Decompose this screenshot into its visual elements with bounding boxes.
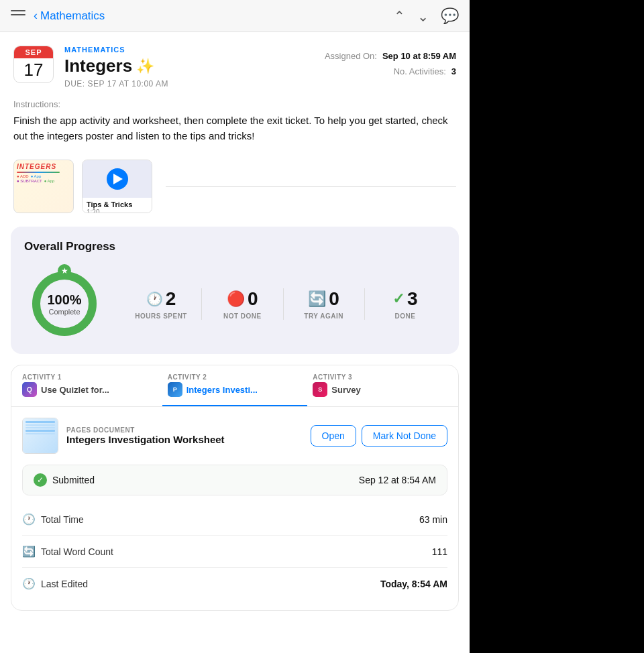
assigned-on-row: Assigned On: Sep 10 at 8:59 AM <box>325 51 456 61</box>
nav-left: ‹ Mathematics <box>11 9 105 23</box>
progress-stats: 100% Complete ★ 🕐 2 HOURS SPENT <box>24 267 445 341</box>
down-nav-icon[interactable]: ⌃ <box>417 8 429 24</box>
doc-title: Integers Investigation Worksheet <box>66 434 303 445</box>
integers-poster-thumb[interactable]: INTEGERS ● ADD ● App ● SUBTRACT ● App <box>13 160 74 213</box>
video-thumb[interactable]: Tips & Tricks 1:20 <box>82 160 152 213</box>
document-thumbnail <box>22 418 58 454</box>
stat-hours-icon-num: 🕐 2 <box>129 288 193 310</box>
submitted-time: Sep 12 at 8:54 AM <box>359 475 436 485</box>
last-edited-label: Last Edited <box>41 579 88 589</box>
doc-line-5 <box>25 433 55 434</box>
total-time-left: 🕐 Total Time <box>22 513 84 526</box>
submitted-label: Submitted <box>52 475 95 485</box>
attachment-divider <box>166 186 456 187</box>
stat-rows: 🕐 Total Time 63 min 🔄 Total Word Count 1… <box>22 503 447 599</box>
instructions-text: Finish the app activity and worksheet, t… <box>13 113 456 143</box>
stats-grid: 🕐 2 HOURS SPENT 🔴 0 NOT DONE 🔄 0 <box>121 288 445 320</box>
stat-try-again: 🔄 0 TRY AGAIN <box>284 288 365 320</box>
due-date: DUE: SEP 17 AT 10:00 AM <box>64 79 311 88</box>
word-count-row: 🔄 Total Word Count 111 <box>22 536 447 568</box>
done-label: DONE <box>373 312 437 320</box>
calendar-day: 17 <box>14 58 53 82</box>
clock-icon: 🕐 <box>146 291 163 307</box>
no-activities-value: 3 <box>451 66 456 76</box>
word-count-icon: 🔄 <box>22 545 36 558</box>
tab3-label: ACTIVITY 3 <box>313 373 447 381</box>
tab2-title: Integers Investi... <box>186 385 258 395</box>
word-count-label: Total Word Count <box>41 546 113 557</box>
submitted-check-icon: ✓ <box>34 473 47 487</box>
play-triangle <box>113 174 123 184</box>
not-done-value: 0 <box>248 288 258 310</box>
tab2-icon-row: P Integers Investi... <box>168 382 303 397</box>
comment-icon[interactable]: 💬 <box>441 7 459 25</box>
activity-tab-3[interactable]: ACTIVITY 3 S Survey <box>307 365 453 406</box>
done-value: 3 <box>407 288 418 310</box>
activity-tab-2[interactable]: ACTIVITY 2 P Integers Investi... <box>162 365 308 406</box>
assigned-on-label: Assigned On: <box>325 51 377 61</box>
stat-tryagain-icon-num: 🔄 0 <box>292 288 356 310</box>
assignment-header: SEP 17 MATHEMATICS Integers ✨ DUE: SEP 1… <box>0 32 470 99</box>
try-again-label: TRY AGAIN <box>292 312 356 320</box>
activity-tab-1[interactable]: ACTIVITY 1 Q Use Quizlet for... <box>17 365 162 406</box>
sidebar-toggle-button[interactable] <box>11 10 25 22</box>
tab1-title: Use Quizlet for... <box>41 385 109 395</box>
stat-hours-spent: 🕐 2 HOURS SPENT <box>121 288 202 320</box>
open-button[interactable]: Open <box>311 425 356 447</box>
tab3-icon-row: S Survey <box>313 382 447 397</box>
no-activities-label: No. Activities: <box>394 66 446 76</box>
assignment-title: Integers ✨ <box>64 56 311 76</box>
donut-wrapper: 100% Complete ★ <box>28 267 101 341</box>
last-edited-value: Today, 8:54 AM <box>380 579 447 589</box>
back-chevron-icon: ‹ <box>34 9 38 23</box>
tab1-icon-row: Q Use Quizlet for... <box>22 382 157 397</box>
stat-done: ✓ 3 DONE <box>365 288 445 320</box>
mark-not-done-button[interactable]: Mark Not Done <box>362 425 447 447</box>
activity-tabs: ACTIVITY 1 Q Use Quizlet for... ACTIVITY… <box>11 365 458 407</box>
instructions-section: Instructions: Finish the app activity an… <box>0 99 470 154</box>
tab1-label: ACTIVITY 1 <box>22 373 157 381</box>
donut-label: Complete <box>47 308 81 316</box>
stat-done-icon-num: ✓ 3 <box>373 288 437 310</box>
subject-label: MATHEMATICS <box>64 46 311 54</box>
total-time-row: 🕐 Total Time 63 min <box>22 503 447 536</box>
top-nav: ‹ Mathematics ⌃ ⌃ 💬 <box>0 0 470 32</box>
assignment-title-text: Integers <box>64 56 132 76</box>
word-count-value: 111 <box>432 546 447 557</box>
progress-title: Overall Progress <box>24 240 445 253</box>
hours-label: HOURS SPENT <box>129 312 193 320</box>
done-checkmark-icon: ✓ <box>392 290 405 308</box>
calendar-month: SEP <box>14 46 53 58</box>
donut-center: 100% Complete <box>47 292 81 316</box>
document-row: PAGES DOCUMENT Integers Investigation Wo… <box>22 418 447 454</box>
not-done-icon: 🔴 <box>227 290 245 308</box>
doc-line-2 <box>25 424 55 426</box>
poster-title: INTEGERS <box>17 163 70 170</box>
activity-content: PAGES DOCUMENT Integers Investigation Wo… <box>11 407 458 610</box>
play-button-icon <box>107 168 128 190</box>
total-time-value: 63 min <box>419 514 447 525</box>
assigned-on-value: Sep 10 at 8:59 AM <box>382 51 456 61</box>
poster-number-line <box>17 172 60 173</box>
up-nav-icon[interactable]: ⌃ <box>394 8 405 24</box>
submitted-left: ✓ Submitted <box>34 473 95 487</box>
activity-section: ACTIVITY 1 Q Use Quizlet for... ACTIVITY… <box>11 365 459 611</box>
quizlet-icon: Q <box>22 382 37 397</box>
doc-thumb-inner <box>23 418 58 453</box>
tab3-title: Survey <box>331 385 360 395</box>
hours-value: 2 <box>166 288 176 310</box>
doc-line-3 <box>25 427 55 428</box>
back-button[interactable]: ‹ Mathematics <box>34 9 105 23</box>
back-label: Mathematics <box>40 9 105 23</box>
pages-icon: P <box>168 382 182 397</box>
last-edited-left: 🕐 Last Edited <box>22 577 88 590</box>
tab2-label: ACTIVITY 2 <box>168 373 303 381</box>
total-time-label: Total Time <box>41 514 84 525</box>
time-icon: 🕐 <box>22 513 36 526</box>
last-edited-row: 🕐 Last Edited Today, 8:54 AM <box>22 568 447 599</box>
doc-line-4 <box>25 430 55 432</box>
doc-line-1 <box>25 421 55 423</box>
word-count-left: 🔄 Total Word Count <box>22 545 113 558</box>
sparkle-icon: ✨ <box>136 58 154 75</box>
instructions-label: Instructions: <box>13 99 456 109</box>
